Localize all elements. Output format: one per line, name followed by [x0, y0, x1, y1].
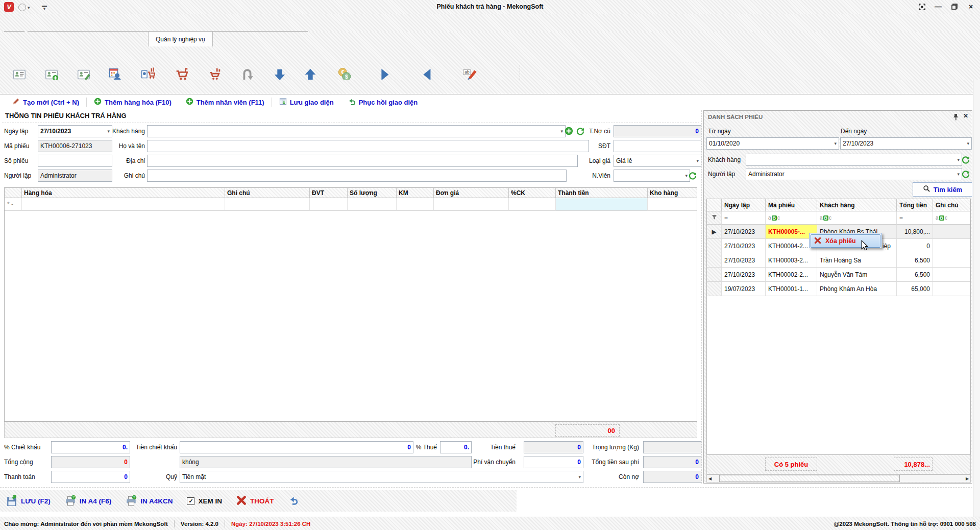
col-tong-tien[interactable]: Tổng tiền — [897, 199, 933, 211]
cell-code[interactable]: KTH00001-1... — [766, 282, 817, 296]
restore-layout-button[interactable]: Phục hồi giao diện — [341, 98, 425, 107]
den-ngay-field[interactable]: 27/10/2023▾ — [840, 137, 972, 150]
cell-note[interactable] — [933, 239, 970, 253]
tu-ngay-field[interactable]: 01/10/2020▾ — [706, 137, 839, 150]
filter-ngay-lap[interactable]: = — [722, 211, 766, 225]
new-row-cell[interactable] — [225, 198, 310, 211]
cell-note[interactable] — [933, 268, 970, 282]
context-menu-item-delete[interactable]: Xóa phiếu — [811, 234, 880, 248]
col-hang-hoa[interactable]: Hàng hóa — [22, 188, 225, 198]
tab-quan-ly-nghiep-vu[interactable]: Quản lý nghiệp vụ — [148, 31, 213, 46]
search-button[interactable]: Tìm kiếm — [913, 182, 972, 197]
cell-total[interactable]: 65,000 — [897, 282, 933, 296]
cell-note[interactable] — [933, 225, 970, 239]
refresh-icon[interactable] — [961, 155, 970, 164]
col-thanh-tien[interactable]: Thành tiền — [556, 188, 648, 198]
khach-hang-combo[interactable]: ▾ — [147, 125, 566, 137]
col-ghi-chu[interactable]: Ghi chú — [225, 188, 310, 198]
chevron-down-icon[interactable]: ▾ — [957, 172, 960, 177]
pct-thue-field[interactable]: 0. — [440, 441, 472, 453]
refresh-icon[interactable] — [688, 171, 697, 180]
preview-checkbox-group[interactable]: ✓ XEM IN — [187, 497, 222, 505]
cell-date[interactable]: 27/10/2023 — [722, 225, 766, 239]
filter-tong-tien[interactable]: = — [897, 211, 933, 225]
col-khach-hang[interactable]: Khách hàng — [817, 199, 897, 211]
filter-ma-phieu[interactable]: aBc — [766, 211, 817, 225]
chevron-down-icon[interactable]: ▾ — [834, 141, 837, 146]
refresh-icon[interactable] — [961, 170, 970, 178]
col-ghi-chu[interactable]: Ghi chú — [933, 199, 970, 211]
col-pct-ck[interactable]: %CK — [509, 188, 556, 198]
chevron-down-icon[interactable]: ▾ — [560, 129, 563, 134]
new-row-cell[interactable] — [310, 198, 348, 211]
chevron-down-icon[interactable]: ▾ — [578, 474, 581, 479]
add-staff-button[interactable]: Thêm nhân viên (F11) — [179, 98, 272, 107]
cell-date[interactable]: 19/07/2023 — [722, 282, 766, 296]
save-button[interactable]: LƯU (F2) — [6, 495, 51, 508]
col-km[interactable]: KM — [397, 188, 434, 198]
vertical-scroll-strip[interactable] — [973, 80, 980, 517]
new-row-cell[interactable] — [22, 198, 225, 211]
exit-button[interactable]: THOÁT — [236, 495, 274, 507]
chevron-down-icon[interactable]: ▾ — [957, 157, 960, 162]
print-a4-button[interactable]: ? IN A4 (F6) — [65, 495, 112, 508]
horizontal-scrollbar[interactable]: ◀ ▶ — [706, 474, 971, 483]
cell-total[interactable]: 0 — [897, 239, 933, 253]
ngay-lap-field[interactable]: 27/10/2023▾ — [38, 125, 112, 137]
print-a4kcn-button[interactable]: ? IN A4KCN — [126, 495, 173, 508]
restore-icon[interactable] — [950, 3, 959, 11]
add-item-button[interactable]: Thêm hàng hóa (F10) — [87, 98, 179, 107]
col-ngay-lap[interactable]: Ngày lập — [722, 199, 766, 211]
panel-nguoi-lap-combo[interactable]: Administrator▾ — [746, 168, 962, 180]
phi-van-chuyen-field[interactable]: 0 — [524, 456, 583, 468]
save-layout-button[interactable]: Lưu giao diện — [272, 98, 341, 107]
col-so-luong[interactable]: Số lượng — [348, 188, 397, 198]
col-dvt[interactable]: ĐVT — [310, 188, 348, 198]
new-row-cell[interactable] — [397, 198, 434, 211]
add-customer-icon[interactable] — [565, 127, 573, 135]
quy-combo[interactable]: Tiền mặt▾ — [180, 471, 583, 483]
funnel-icon[interactable] — [712, 214, 717, 222]
n-vien-combo[interactable]: ▾ — [614, 170, 690, 182]
fullscreen-icon[interactable] — [918, 3, 926, 11]
close-icon[interactable]: × — [967, 3, 975, 11]
close-panel-icon[interactable]: ✕ — [963, 112, 968, 119]
panel-khach-hang-combo[interactable]: ▾ — [746, 154, 962, 166]
col-don-gia[interactable]: Đơn giá — [434, 188, 509, 198]
cell-customer[interactable]: Trần Hoàng Sa — [817, 253, 897, 268]
chevron-down-icon[interactable]: ▾ — [685, 173, 688, 178]
refresh-icon[interactable] — [576, 127, 584, 135]
cell-date[interactable]: 27/10/2023 — [722, 239, 766, 253]
items-grid[interactable]: Hàng hóa Ghi chú ĐVT Số lượng KM Đơn giá… — [4, 187, 697, 422]
new-row-cell[interactable] — [434, 198, 509, 211]
pct-chiet-khau-field[interactable]: 0. — [51, 441, 130, 453]
cell-note[interactable] — [933, 282, 970, 296]
so-phieu-field[interactable] — [38, 155, 112, 167]
cell-date[interactable]: 27/10/2023 — [722, 253, 766, 268]
new-button[interactable]: Tạo mới (Ctrl + N) — [5, 98, 86, 107]
pin-icon[interactable] — [953, 113, 959, 122]
chevron-down-icon[interactable]: ▾ — [696, 158, 699, 163]
ghi-chu-field[interactable] — [147, 170, 567, 182]
ho-va-ten-field[interactable] — [147, 140, 589, 152]
scrollbar-thumb[interactable] — [719, 475, 900, 482]
undo-button[interactable] — [288, 496, 298, 507]
cell-code[interactable]: KTH00002-2... — [766, 268, 817, 282]
sdt-field[interactable] — [614, 140, 701, 152]
new-row-cell[interactable] — [509, 198, 556, 211]
cell-code[interactable]: KTH00003-2... — [766, 253, 817, 268]
loai-gia-combo[interactable]: Giá lẻ▾ — [614, 155, 701, 167]
tien-chiet-khau-field[interactable]: 0 — [180, 441, 413, 453]
scroll-left-icon[interactable]: ◀ — [707, 476, 713, 481]
new-row-cell[interactable] — [648, 198, 697, 211]
cell-note[interactable] — [933, 253, 970, 268]
new-row-cell-thanh-tien[interactable] — [556, 198, 648, 211]
minimize-icon[interactable]: — — [934, 3, 942, 11]
cell-date[interactable]: 27/10/2023 — [722, 268, 766, 282]
cell-total[interactable]: 10,800,... — [897, 225, 933, 239]
cell-total[interactable]: 6,500 — [897, 268, 933, 282]
col-kho-hang[interactable]: Kho hàng — [648, 188, 697, 198]
cell-customer[interactable]: Phòng Khám An Hòa — [817, 282, 897, 296]
cell-customer[interactable]: Nguyễn Văn Tám — [817, 268, 897, 282]
new-row-cell[interactable] — [348, 198, 397, 211]
